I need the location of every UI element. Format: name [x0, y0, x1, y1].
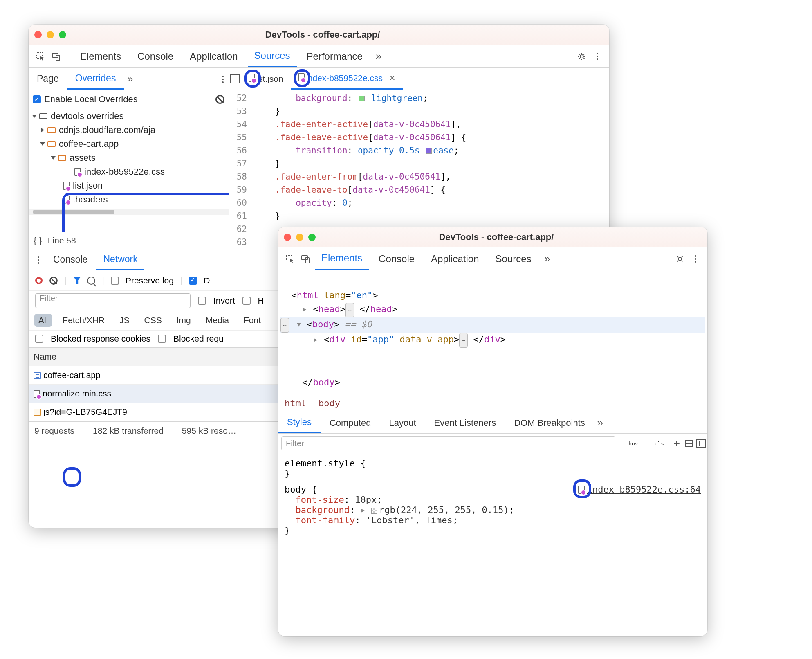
- flexbox-overlay-icon[interactable]: [683, 437, 695, 450]
- navigator-sidebar: Page Overrides » ✓ Enable Local Override…: [29, 68, 229, 232]
- minimize-icon[interactable]: [47, 31, 54, 38]
- net-type-media[interactable]: Media: [202, 314, 233, 327]
- net-type-css[interactable]: CSS: [140, 314, 166, 327]
- kebab-icon[interactable]: [591, 50, 603, 63]
- disable-cache-checkbox[interactable]: [189, 277, 197, 285]
- zoom-icon[interactable]: [59, 31, 66, 38]
- filter-icon[interactable]: [73, 277, 81, 284]
- tab-event-listeners[interactable]: Event Listeners: [425, 412, 505, 433]
- file-tabs: st.json ndex-b859522e.css ✕: [229, 68, 609, 90]
- blocked-req-checkbox[interactable]: [158, 335, 166, 343]
- kebab-icon[interactable]: [689, 253, 702, 265]
- tab-console[interactable]: Console: [131, 45, 180, 67]
- enable-overrides-checkbox[interactable]: ✓: [33, 95, 41, 103]
- net-type-all[interactable]: All: [34, 314, 52, 327]
- code-editor[interactable]: 52 background: lightgreen;53 }54 .fade-e…: [229, 90, 609, 250]
- editor-area: st.json ndex-b859522e.css ✕ 52 backgroun…: [229, 68, 609, 232]
- record-icon[interactable]: [35, 277, 43, 284]
- filetab-css[interactable]: ndex-b859522e.css ✕: [291, 68, 403, 90]
- gear-icon[interactable]: [674, 253, 686, 265]
- clear-icon[interactable]: [215, 95, 224, 104]
- traffic-lights: [34, 31, 66, 38]
- invert-checkbox[interactable]: [198, 297, 206, 305]
- dom-breadcrumb[interactable]: html body: [278, 394, 707, 412]
- hide-dataurl-checkbox[interactable]: [242, 297, 251, 305]
- tree-cdn[interactable]: cdnjs.cloudflare.com/aja: [29, 123, 229, 137]
- preserve-log-label: Preserve log: [126, 276, 174, 286]
- cls-toggle[interactable]: .cls: [645, 434, 671, 453]
- net-type-fetch/xhr[interactable]: Fetch/XHR: [58, 314, 109, 327]
- rule-source-link[interactable]: index-b859522e.css:64: [587, 484, 701, 495]
- close-icon[interactable]: [34, 31, 42, 38]
- tree-headers-file[interactable]: .headers: [29, 193, 229, 207]
- enable-overrides-row[interactable]: ✓ Enable Local Overrides: [29, 90, 229, 109]
- tab-application[interactable]: Application: [424, 247, 485, 270]
- more-tabs-icon[interactable]: »: [372, 50, 385, 63]
- device-icon[interactable]: [299, 253, 312, 265]
- sources-panes: Page Overrides » ✓ Enable Local Override…: [29, 68, 609, 232]
- styles-filter-input[interactable]: Filter: [281, 436, 615, 450]
- tab-application[interactable]: Application: [183, 45, 244, 67]
- clear-log-icon[interactable]: [49, 277, 58, 285]
- titlebar: DevTools - coffee-cart.app/: [29, 25, 609, 45]
- blocked-cookies-label: Blocked response cookies: [51, 334, 150, 344]
- zoom-icon[interactable]: [308, 234, 316, 241]
- dom-tree[interactable]: <html lang="en"> ▸ <head>⋯ </head> ⋯ ▾ <…: [278, 270, 707, 394]
- search-icon[interactable]: [87, 277, 95, 285]
- computed-sidebar-icon[interactable]: [695, 437, 707, 450]
- net-type-img[interactable]: Img: [173, 314, 195, 327]
- hov-toggle[interactable]: :hov: [619, 434, 644, 453]
- main-tabs: Elements Console Application Sources Per…: [29, 45, 609, 68]
- tab-performance[interactable]: Performance: [300, 45, 369, 67]
- sidebar-hscroll[interactable]: [29, 209, 229, 215]
- more-tabs-icon[interactable]: »: [541, 253, 554, 265]
- override-file-icon: [63, 196, 70, 204]
- nav-kebab-icon[interactable]: [216, 73, 229, 85]
- more-styles-tabs-icon[interactable]: »: [594, 417, 606, 429]
- drawer-tab-network[interactable]: Network: [96, 249, 144, 270]
- tree-site[interactable]: coffee-cart.app: [29, 137, 229, 151]
- tab-dom-breakpoints[interactable]: DOM Breakpoints: [505, 412, 594, 433]
- close-icon[interactable]: [284, 234, 291, 241]
- tab-computed[interactable]: Computed: [321, 412, 380, 433]
- override-file-icon: [63, 182, 70, 190]
- toggle-nav-icon[interactable]: [229, 73, 241, 85]
- tab-elements[interactable]: Elements: [315, 247, 369, 270]
- drawer-tab-console[interactable]: Console: [47, 249, 94, 270]
- tree-list-file[interactable]: list.json: [29, 179, 229, 193]
- override-file-icon: [298, 73, 305, 81]
- filetab-list[interactable]: st.json: [241, 68, 291, 90]
- tab-layout[interactable]: Layout: [380, 412, 425, 433]
- override-file-icon: [249, 74, 255, 82]
- inspect-icon[interactable]: [34, 50, 47, 63]
- tab-page[interactable]: Page: [29, 68, 67, 90]
- tab-sources[interactable]: Sources: [489, 247, 538, 270]
- net-type-js[interactable]: JS: [115, 314, 134, 327]
- blocked-cookies-checkbox[interactable]: [35, 335, 43, 343]
- new-rule-icon[interactable]: +: [671, 437, 683, 450]
- preserve-log-checkbox[interactable]: [111, 277, 119, 285]
- drawer-kebab-icon[interactable]: [32, 254, 44, 266]
- tab-sources[interactable]: Sources: [248, 45, 297, 67]
- enable-overrides-label: Enable Local Overrides: [44, 94, 138, 105]
- inspect-icon[interactable]: [284, 253, 296, 265]
- tree-root[interactable]: devtools overrides: [29, 109, 229, 123]
- override-file-icon: [578, 486, 585, 494]
- gear-icon[interactable]: [576, 50, 588, 63]
- invert-label: Invert: [213, 296, 235, 306]
- tab-console[interactable]: Console: [372, 247, 421, 270]
- device-icon[interactable]: [50, 50, 62, 63]
- window-title: DevTools - coffee-cart.app/: [66, 29, 579, 40]
- tab-elements[interactable]: Elements: [74, 45, 128, 67]
- net-filter-input[interactable]: Filter: [35, 293, 191, 308]
- main-tabs: Elements Console Application Sources »: [278, 247, 707, 270]
- close-tab-icon[interactable]: ✕: [389, 74, 395, 83]
- tree-assets[interactable]: assets: [29, 151, 229, 165]
- hi-label: Hi: [258, 296, 266, 306]
- tab-overrides[interactable]: Overrides: [67, 68, 124, 90]
- more-navtabs-icon[interactable]: »: [124, 73, 136, 85]
- tab-styles[interactable]: Styles: [278, 412, 321, 433]
- minimize-icon[interactable]: [296, 234, 303, 241]
- tree-css-file[interactable]: index-b859522e.css: [29, 165, 229, 179]
- net-type-font[interactable]: Font: [240, 314, 265, 327]
